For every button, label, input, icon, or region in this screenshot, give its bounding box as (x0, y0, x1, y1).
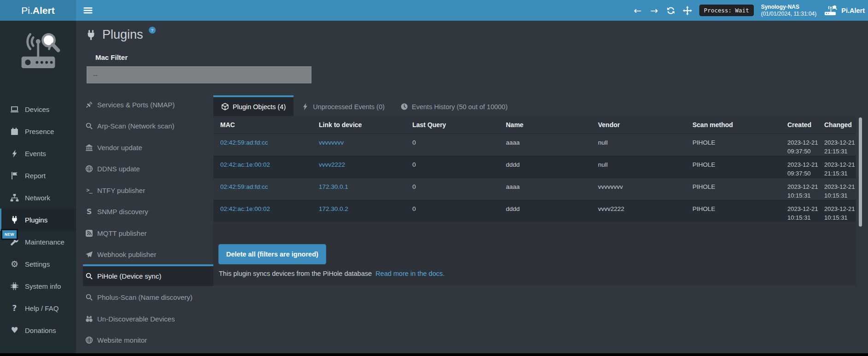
tab[interactable]: Plugin Objects (4) (213, 95, 293, 116)
router-icon (824, 5, 838, 16)
plugin-list-item[interactable]: Website monitor (83, 329, 213, 350)
table-row: 02:42:59:ad:fd:cc 172.30.0.1 0 aaaa vvvv… (213, 178, 856, 200)
terminal-icon: >_ (85, 187, 93, 194)
cell-mac[interactable]: 02:42:59:ad:fd:cc (213, 178, 312, 200)
plugin-description-text: This plugin syncs devices from the PiHol… (219, 270, 372, 277)
docs-link[interactable]: Read more in the docs. (375, 270, 445, 277)
send-icon (85, 251, 93, 258)
plugin-list-item[interactable]: Vendor update (83, 136, 213, 158)
host-name: Synology-NAS (761, 4, 817, 11)
sidebar-menu: Devices Presence Events Report Network P… (0, 98, 76, 341)
main-content: Plugins ? Mac Filter Services & Ports (N… (76, 21, 868, 353)
cell-changed: 2023-12-21 21:15:31 (817, 156, 856, 178)
move-icon[interactable] (683, 6, 692, 15)
column-header[interactable]: Created (780, 116, 817, 134)
bank-icon (85, 144, 93, 152)
cell-created: 2023-12-21 09:37:50 (780, 156, 817, 178)
sidebar-item[interactable]: Network (0, 187, 76, 209)
cell-last-query: 0 (405, 200, 499, 222)
cell-created: 2023-12-21 10:15:31 (780, 200, 817, 222)
binoculars-icon (85, 315, 93, 323)
cell-name: aaaa (499, 134, 591, 156)
column-header[interactable]: Changed (817, 116, 856, 134)
sidebar-item-label: Network (25, 194, 50, 202)
sidebar-item[interactable]: Report (0, 164, 76, 187)
plugin-list-item[interactable]: PiHole (Device sync) (83, 264, 213, 286)
globe-icon (85, 165, 93, 173)
delete-all-button[interactable]: Delete all (filters are ignored) (218, 244, 326, 264)
sidebar-item-label: Presence (25, 128, 54, 135)
plugin-list-item[interactable]: Un-Discoverable Devices (83, 307, 213, 329)
tab-label: Events History (50 out of 10000) (412, 103, 508, 111)
plugin-list-item[interactable]: S SNMP discovery (83, 200, 213, 222)
table-row: 02:42:ac:1e:00:02 vvvv2222 0 dddd null P… (213, 156, 856, 178)
cell-name: dddd (499, 156, 591, 178)
cell-mac[interactable]: 02:42:ac:1e:00:02 (213, 200, 312, 222)
tab[interactable]: Unprocessed Events (0) (293, 95, 393, 116)
sidebar-item[interactable]: Presence (0, 120, 76, 142)
plugin-list-item[interactable]: Pholus-Scan (Name discovery) (83, 286, 213, 308)
column-header[interactable]: Scan method (686, 116, 780, 134)
bolt-icon (10, 149, 19, 158)
column-header[interactable]: Vendor (591, 116, 686, 134)
cell-scan-method: PIHOLE (686, 134, 780, 156)
sidebar-item[interactable]: ? Help / FAQ (0, 297, 76, 319)
plugin-list-item-label: Pholus-Scan (Name discovery) (97, 293, 193, 301)
tab-label: Plugin Objects (4) (233, 103, 286, 111)
plugin-list-item[interactable]: Webhook publisher (83, 243, 213, 265)
brand-logo[interactable]: Pi.Alert (0, 0, 76, 21)
cell-link-to-device[interactable]: 172.30.0.1 (312, 178, 405, 200)
table-row: 02:42:59:ad:fd:cc vvvvvvvv 0 aaaa null P… (213, 134, 856, 156)
sidebar-item[interactable]: ♥ Donations (0, 319, 76, 341)
column-header[interactable]: MAC (213, 116, 312, 134)
cell-scan-method: PIHOLE (686, 156, 780, 178)
plugin-list-item-label: Vendor update (97, 144, 142, 152)
cell-link-to-device[interactable]: vvvvvvvv (312, 134, 405, 156)
sidebar-item[interactable]: ⚙ Settings (0, 253, 76, 275)
sidebar-item[interactable]: Devices (0, 98, 76, 120)
plugin-list-item-label: Un-Discoverable Devices (97, 315, 175, 323)
sidebar-item[interactable]: Events (0, 142, 76, 164)
column-header[interactable]: Name (499, 116, 591, 134)
sidebar-item-label: Plugins (25, 216, 47, 224)
host-time: (01/01/2024, 11:31:04) (761, 11, 817, 18)
plugin-list-item[interactable]: DDNS update (83, 158, 213, 179)
plugin-list-item-label: Arp-Scan (Network scan) (97, 122, 175, 130)
plugin-list-item[interactable]: Services & Ports (NMAP) (83, 93, 213, 115)
plugin-objects-panel: MACLink to deviceLast QueryNameVendorSca… (213, 116, 856, 286)
cell-mac[interactable]: 02:42:59:ad:fd:cc (213, 134, 312, 156)
brand-suffix: Alert (33, 5, 55, 16)
sidebar-item-label: Report (25, 172, 46, 180)
cell-changed: 2023-12-21 21:15:31 (817, 134, 856, 156)
sidebar: Devices Presence Events Report Network P… (0, 21, 76, 353)
plugin-list-item[interactable]: >_ NTFY publisher (83, 179, 213, 200)
new-badge: NEW (1, 229, 18, 240)
gear-icon: ⚙ (10, 260, 19, 268)
page-header: Plugins ? (85, 27, 156, 42)
plugin-list-item[interactable]: MQTT publisher (83, 222, 213, 243)
arrow-left-icon[interactable]: ← (633, 6, 642, 15)
cell-link-to-device[interactable]: vvvv2222 (312, 156, 405, 178)
tab-label: Unprocessed Events (0) (313, 103, 385, 111)
tab[interactable]: Events History (50 out of 10000) (393, 95, 516, 116)
bolt-icon (301, 103, 309, 111)
sidebar-logo (0, 21, 76, 80)
cell-mac[interactable]: 02:42:ac:1e:00:02 (213, 156, 312, 178)
sidebar-item[interactable]: System info (0, 275, 76, 297)
arrow-right-icon[interactable]: → (650, 6, 659, 15)
table-scrollbar[interactable] (859, 117, 862, 227)
plugin-objects-table: MACLink to deviceLast QueryNameVendorSca… (213, 116, 856, 222)
hamburger-icon[interactable] (83, 6, 93, 15)
plugin-list-item-label: PiHole (Device sync) (97, 272, 161, 280)
sidebar-item[interactable]: Plugins (0, 209, 76, 231)
plugin-list-item[interactable]: Arp-Scan (Network scan) (83, 115, 213, 136)
cell-link-to-device[interactable]: 172.30.0.2 (312, 200, 405, 222)
topbar-app-brand[interactable]: Pi.Alert (824, 5, 865, 16)
refresh-icon[interactable] (666, 6, 675, 15)
help-badge[interactable]: ? (149, 27, 156, 34)
column-header[interactable]: Last Query (405, 116, 499, 134)
plugin-list-item-label: Website monitor (97, 336, 147, 344)
mac-filter-input[interactable] (87, 66, 311, 83)
column-header[interactable]: Link to device (312, 116, 405, 134)
s-icon: S (85, 208, 93, 216)
